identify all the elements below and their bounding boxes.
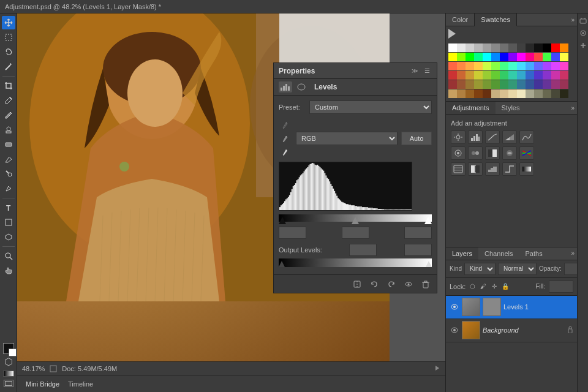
screen-mode-btn[interactable]: [4, 380, 13, 387]
swatch-d8[interactable]: [508, 71, 517, 80]
undo-icon[interactable]: [368, 278, 380, 290]
redo-icon[interactable]: [385, 278, 398, 290]
swatch-white[interactable]: [448, 43, 457, 52]
tool-crop[interactable]: [2, 79, 15, 92]
swatch-dg1[interactable]: [500, 43, 508, 52]
lock-all-icon[interactable]: 🔒: [501, 282, 510, 291]
lock-transparent-icon[interactable]: ⬡: [468, 282, 477, 291]
default-colors-icon[interactable]: ⬡: [4, 356, 13, 368]
swatch-r4[interactable]: [474, 62, 483, 70]
swatch-d1[interactable]: [448, 71, 457, 80]
swatch-black[interactable]: [543, 43, 551, 52]
mini-bridge-tab[interactable]: Mini Bridge: [22, 379, 63, 389]
swatch-m6[interactable]: [491, 80, 500, 89]
swatch-e12[interactable]: [543, 89, 551, 98]
swatch-r9[interactable]: [517, 62, 526, 70]
swatch-d3[interactable]: [466, 71, 474, 80]
rv-icon-3[interactable]: [578, 40, 588, 50]
swatch-e8[interactable]: [508, 89, 517, 98]
swatch-r6[interactable]: [491, 62, 500, 70]
swatch-e2[interactable]: [457, 89, 466, 98]
swatch-r12[interactable]: [543, 62, 551, 70]
white-point-dropper[interactable]: [279, 146, 291, 158]
swatch-mint[interactable]: [474, 53, 483, 61]
mid-level-input[interactable]: 1.55: [342, 227, 369, 239]
swatch-green[interactable]: [466, 53, 474, 61]
tool-brush[interactable]: [2, 108, 15, 122]
adj-hue-sat[interactable]: [451, 146, 466, 160]
panel-collapse-btn[interactable]: »: [568, 13, 577, 26]
adj-gradient-map[interactable]: [519, 162, 534, 176]
black-level-input[interactable]: 0: [279, 227, 306, 239]
tool-eraser[interactable]: [2, 138, 15, 151]
play-button[interactable]: [448, 29, 456, 39]
adj-posterize[interactable]: [485, 162, 500, 176]
swatch-e9[interactable]: [517, 89, 526, 98]
swatch-d6[interactable]: [491, 71, 500, 80]
adj-vibrance[interactable]: [519, 130, 534, 144]
tool-stamp[interactable]: [2, 123, 15, 137]
swatch-blue[interactable]: [500, 53, 508, 61]
white-level-input[interactable]: 255: [404, 227, 432, 239]
white-point-slider[interactable]: [424, 217, 432, 224]
adj-photo-filter[interactable]: [502, 146, 517, 160]
output-black-input[interactable]: 0: [349, 244, 377, 256]
delete-icon[interactable]: [420, 278, 432, 290]
swatch-r11[interactable]: [534, 62, 543, 70]
adj-invert[interactable]: [468, 162, 483, 176]
swatch-m4[interactable]: [474, 80, 483, 89]
swatch-m3[interactable]: [466, 80, 474, 89]
color-tab[interactable]: Color: [446, 13, 475, 26]
tool-shape[interactable]: [2, 216, 15, 229]
output-black-slider[interactable]: [279, 261, 285, 267]
tool-3d[interactable]: [2, 230, 15, 244]
swatch-mg1[interactable]: [483, 43, 491, 52]
rv-icon-2[interactable]: [578, 28, 588, 38]
mid-point-dropper[interactable]: [279, 132, 291, 145]
swatch-m11[interactable]: [534, 80, 543, 89]
swatch-cyan[interactable]: [483, 53, 491, 61]
swatch-m5[interactable]: [483, 80, 491, 89]
lock-position-icon[interactable]: ✛: [490, 282, 499, 291]
eye-icon[interactable]: [402, 278, 415, 290]
adj-exposure[interactable]: [502, 130, 517, 144]
swatch-magenta[interactable]: [517, 53, 526, 61]
tab-mask[interactable]: [295, 81, 308, 92]
tool-hand[interactable]: [2, 264, 15, 277]
swatch-lg1[interactable]: [457, 43, 466, 52]
swatch-dg4[interactable]: [526, 43, 534, 52]
auto-button[interactable]: Auto: [401, 132, 432, 145]
tool-pen[interactable]: [2, 182, 15, 195]
swatch-e6[interactable]: [491, 89, 500, 98]
swatch-purple[interactable]: [508, 53, 517, 61]
swatch-m1[interactable]: [448, 80, 457, 89]
swatch-m7[interactable]: [500, 80, 508, 89]
lock-paint-icon[interactable]: 🖌: [479, 282, 488, 291]
swatch-yellow[interactable]: [448, 53, 457, 61]
preset-select[interactable]: Custom Default: [309, 100, 432, 114]
swatch-m9[interactable]: [517, 80, 526, 89]
swatch-e10[interactable]: [526, 89, 534, 98]
tool-eyedropper[interactable]: [2, 94, 15, 107]
swatch-r2[interactable]: [457, 62, 466, 70]
swatch-d10[interactable]: [526, 71, 534, 80]
swatch-yellow-green[interactable]: [457, 53, 466, 61]
layer-eye-background[interactable]: [450, 325, 459, 335]
layers-tab[interactable]: Layers: [446, 247, 478, 260]
quick-mask-icon[interactable]: [3, 371, 14, 377]
tool-lasso[interactable]: [2, 45, 15, 59]
swatch-e5[interactable]: [483, 89, 491, 98]
swatch-orange[interactable]: [560, 43, 568, 52]
swatch-d7[interactable]: [500, 71, 508, 80]
swatch-d14[interactable]: [560, 71, 568, 80]
swatch-e14[interactable]: [560, 89, 568, 98]
swatches-tab[interactable]: Swatches: [475, 13, 517, 26]
swatch-r8[interactable]: [508, 62, 517, 70]
tool-wand[interactable]: [2, 60, 15, 74]
tool-dodge[interactable]: [2, 167, 15, 181]
swatch-d5[interactable]: [483, 71, 491, 80]
tool-move[interactable]: [2, 16, 15, 29]
swatch-r1[interactable]: [448, 62, 457, 70]
adj-bw[interactable]: [485, 146, 500, 160]
swatch-r14[interactable]: [560, 62, 568, 70]
